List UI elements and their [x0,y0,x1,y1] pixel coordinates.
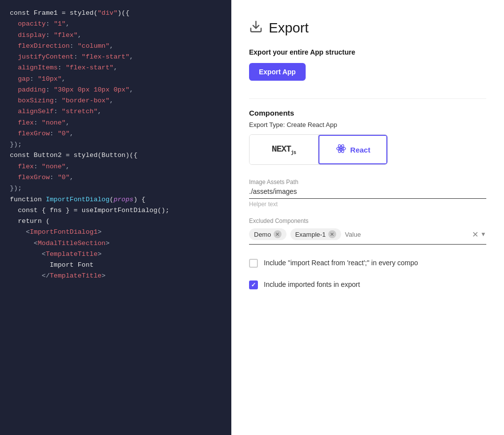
tag-demo-label: Demo [254,231,271,238]
divider [249,98,486,99]
code-line: opacity: "1", [10,19,221,30]
code-line: function ImportFontDialog(props) { [10,194,221,205]
image-assets-section: Image Assets Path ./assets/images Helper… [249,179,486,208]
tags-container: Demo ✕ Example-1 ✕ ✕ ▼ [249,228,486,245]
code-line: return ( [10,216,221,227]
code-line: flexDirection: "column", [10,41,221,52]
tag-input[interactable] [345,231,468,238]
excluded-label: Excluded Components [249,218,486,224]
helper-text: Helper text [249,201,486,208]
export-title: Export [269,20,309,36]
nextjs-button[interactable]: NEXTjs [250,135,318,164]
code-line: alignSelf: "stretch", [10,106,221,117]
export-type-key: Export Type: [249,121,285,128]
tag-example1: Example-1 ✕ [290,228,341,240]
excluded-components-section: Excluded Components Demo ✕ Example-1 ✕ ✕… [249,218,486,245]
code-line: const Button2 = styled(Button)({ [10,150,221,161]
svg-point-4 [340,148,342,150]
export-panel: Export Export your entire App structure … [231,0,504,435]
export-entire-label: Export your entire App structure [249,48,486,56]
code-line: </TemplateTitle> [10,271,221,281]
react-label: React [350,146,371,154]
components-title: Components [249,109,486,117]
image-assets-value[interactable]: ./assets/images [249,187,486,199]
react-icon [336,143,346,156]
tag-demo-remove[interactable]: ✕ [274,230,282,238]
code-line: <ModalTitleSection> [10,238,221,249]
code-line: alignItems: "flex-start", [10,62,221,73]
code-line: flex: "none", [10,161,221,172]
tag-clear-icon[interactable]: ✕ [472,230,478,239]
code-line: const { fns } = useImportFontDialog(); [10,205,221,216]
code-line: const Frame1 = styled("div")({ [10,8,221,19]
export-app-button[interactable]: Export App [249,63,306,81]
tag-actions: ✕ ▼ [472,230,486,239]
react-button-content: React [336,143,371,156]
code-line: gap: "10px", [10,74,221,85]
code-line: flex: "none", [10,118,221,128]
export-download-icon [249,20,263,36]
code-line: display: "flex", [10,30,221,41]
code-line: padding: "30px 0px 10px 0px", [10,85,221,95]
code-line: <TemplateTitle> [10,249,221,260]
framework-selector: NEXTjs React [249,134,388,165]
react-button[interactable]: React [318,135,387,164]
export-type-row: Export Type: Create React App [249,121,486,128]
checkbox-include-fonts-row: Include imported fonts in export [249,278,486,290]
export-entire-section: Export your entire App structure Export … [249,48,486,96]
export-type-value: Create React App [286,121,337,128]
image-assets-label: Image Assets Path [249,179,486,186]
checkbox-import-react-row: Include "import React from 'react';" in … [249,256,486,268]
export-header: Export [249,20,486,36]
nextjs-logo: NEXTjs [272,144,296,155]
checkbox-include-fonts[interactable] [249,280,258,289]
checkbox-import-react-label: Include "import React from 'react';" in … [264,258,418,268]
tag-dropdown-icon[interactable]: ▼ [480,231,486,238]
code-line: flexGrow: "0", [10,172,221,183]
tag-demo: Demo ✕ [249,228,286,240]
checkbox-import-react[interactable] [249,259,258,268]
code-line: justifyContent: "flex-start", [10,52,221,62]
code-line: flexGrow: "0", [10,128,221,139]
tag-example1-label: Example-1 [295,231,326,238]
checkbox-include-fonts-label: Include imported fonts in export [264,280,360,290]
code-line: }); [10,183,221,194]
code-line: }); [10,139,221,150]
components-section: Components Export Type: Create React App… [249,109,486,289]
code-line: boxSizing: "border-box", [10,95,221,106]
tag-example1-remove[interactable]: ✕ [328,230,336,238]
code-line: <ImportFontDialog1> [10,227,221,238]
code-line: Import Font [10,260,221,271]
code-editor: const Frame1 = styled("div")({ opacity: … [0,0,231,435]
